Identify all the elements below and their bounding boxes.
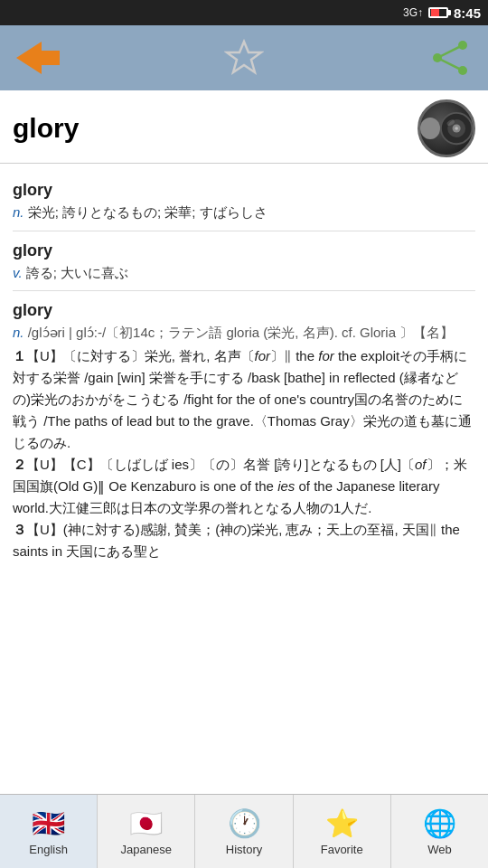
share-button[interactable] [427,34,474,81]
nav-favorite[interactable]: ⭐ Favorite [294,795,391,868]
back-button[interactable] [14,34,61,81]
entry-2: glory v. 誇る; 大いに喜ぶ [13,231,475,292]
word-title: glory [13,113,79,144]
favorite-button[interactable] [221,34,267,81]
nav-web[interactable]: 🌐 Web [391,795,488,868]
svg-line-7 [437,58,463,71]
entry-2-word: glory [13,239,475,263]
entry-3-detail: １【U】〔に対する〕栄光, 誉れ, 名声〔for〕‖ the for the e… [13,345,475,562]
entry-1-definition: 栄光; 誇りとなるもの; 栄華; すばらしさ [28,204,267,220]
nav-web-label: Web [427,843,452,856]
entry-2-body: v. 誇る; 大いに喜ぶ [13,263,475,284]
word-header: glory [0,90,488,164]
svg-point-11 [455,127,458,130]
svg-rect-1 [40,51,60,65]
web-globe-icon: 🌐 [423,807,456,839]
entry-3-body: n. /glɔ́əri | glɔ́:-/〔初14c；ラテン語 gloria (… [13,323,475,562]
nav-japanese-label: Japanese [121,843,172,856]
entry-3-word: glory [13,298,475,323]
status-bar: 3G↑ 8:45 [0,0,488,25]
speaker-button[interactable] [418,99,475,157]
entry-2-pos: v. [13,265,23,280]
entry-1-word: glory [13,178,475,203]
entry-2-definition: 誇る; 大いに喜ぶ [26,265,128,280]
entry-3-pos: n. [13,325,24,340]
entry-3-phonetics: /glɔ́əri | glɔ́:-/〔初14c；ラテン語 gloria (栄光,… [28,325,454,340]
nav-history[interactable]: 🕐 History [195,795,293,868]
time-display: 8:45 [454,5,481,21]
bottom-nav: 🇬🇧 English 🇯🇵 Japanese 🕐 History ⭐ Favor… [0,794,488,868]
japanese-flag-icon: 🇯🇵 [129,807,163,839]
nav-english-label: English [29,843,68,856]
svg-line-6 [437,45,463,58]
toolbar [0,25,488,90]
entry-1: glory n. 栄光; 誇りとなるもの; 栄華; すばらしさ [13,171,475,231]
dictionary-content: glory n. 栄光; 誇りとなるもの; 栄華; すばらしさ glory v.… [0,164,488,798]
svg-marker-0 [16,42,42,74]
nav-japanese[interactable]: 🇯🇵 Japanese [98,795,195,868]
nav-favorite-label: Favorite [321,843,363,856]
entry-1-body: n. 栄光; 誇りとなるもの; 栄華; すばらしさ [13,203,475,223]
entry-1-pos: n. [13,204,24,220]
nav-history-label: History [226,843,262,856]
entry-3: glory n. /glɔ́əri | glɔ́:-/〔初14c；ラテン語 gl… [13,291,475,570]
nav-english[interactable]: 🇬🇧 English [0,795,98,868]
history-clock-icon: 🕐 [228,807,261,839]
english-flag-icon: 🇬🇧 [32,807,65,839]
battery-icon [428,7,448,18]
favorite-star-icon: ⭐ [325,807,359,839]
svg-marker-2 [227,42,261,72]
signal-icon: 3G↑ [403,6,423,19]
